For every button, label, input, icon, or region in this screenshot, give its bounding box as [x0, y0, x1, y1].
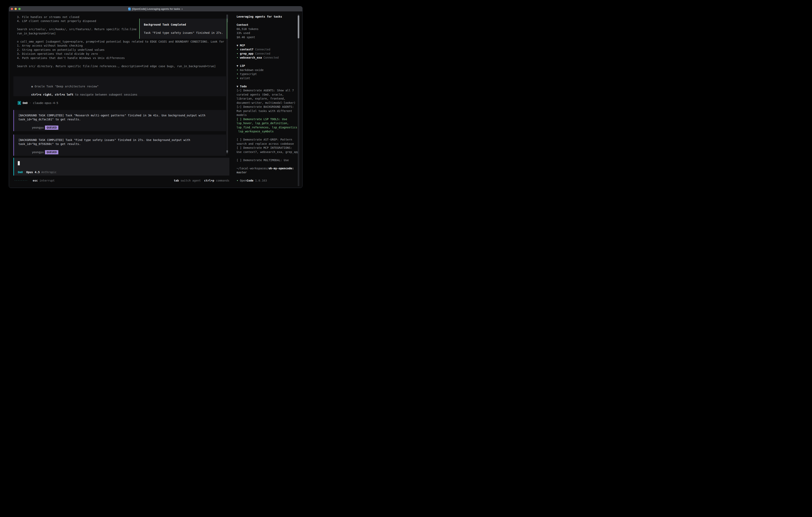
status-left: ········ esc interrupt [14, 179, 55, 183]
sidebar-line: • eslint [237, 76, 300, 80]
sidebar-line: lsp_find_references, lsp_diagnostics, [237, 125, 300, 130]
zoom-button[interactable] [19, 8, 21, 10]
agent-name: OmO [23, 101, 28, 105]
input-footer: OmO Opus 4.5 Anthropic [18, 170, 229, 174]
shortcut-keys: ctrl+x right, ctrl+x left [31, 93, 73, 96]
sidebar-line: 33% used [237, 31, 300, 35]
sidebar-line: ▼ Todo [237, 84, 300, 88]
sidebar-line: models [237, 113, 300, 117]
sidebar-scrollbar-thumb[interactable] [298, 16, 299, 38]
sidebar-line: [ ] Demonstrate MCP INTEGRATIONS: [237, 146, 300, 150]
oracle-task-box: ◉ Oracle Task "Deep architecture review"… [13, 76, 226, 96]
text-cursor [18, 161, 20, 165]
tab-key-label: switch agent [179, 179, 201, 182]
user-label: yeongyu [32, 151, 44, 154]
oracle-task-label: Oracle Task "Deep architecture review" [33, 85, 99, 88]
title-bar[interactable]: [OpenCode] Leveraging agents for tasks ◐ [9, 6, 302, 11]
ctrlp-key-label: commands [214, 179, 229, 182]
sidebar-line [237, 154, 300, 158]
sidebar-line: ~/local-workspaces/oh-my-opencode: [237, 166, 300, 170]
sidebar-line: • grep_app Connected [237, 52, 300, 56]
sidebar-line [237, 174, 300, 179]
tab-key-hint: tab [174, 179, 179, 182]
ctrlp-key-hint: ctrl+p [204, 179, 214, 182]
sidebar-line: $0.46 spent [237, 35, 300, 39]
notification-body: Task "Find type safety issues" finished … [144, 31, 224, 35]
sidebar-line: search and replace across codebase [237, 142, 300, 146]
window-title: [OpenCode] Leveraging agents for tasks [132, 8, 180, 10]
task-completed-box: [BACKGROUND TASK COMPLETED] Task "Resear… [13, 110, 226, 131]
sidebar-line: Context [237, 23, 300, 27]
status-bar: ········ esc interrupt tab switch agent … [9, 179, 229, 183]
sidebar-line: lsp_hover, lsp_goto_definition, [237, 121, 300, 125]
output-line: 2. String operations on potentially unde… [17, 48, 224, 52]
sidebar-line: lsp_workspace_symbols [237, 129, 300, 134]
task-message-line1: [BACKGROUND TASK COMPLETED] Task "Resear… [19, 113, 226, 117]
task-message-line1: [BACKGROUND TASK COMPLETED] Task "Find t… [19, 138, 226, 142]
esc-key-label: interrupt [38, 179, 55, 182]
sidebar-line: • typescript [237, 72, 300, 76]
sidebar-line [237, 80, 300, 84]
sidebar-line: [✓] Demonstrate BACKGROUND AGENTS: [237, 105, 300, 109]
sidebar-line: [✓] Demonstrate AGENTS: Show all 7 [237, 88, 300, 92]
sidebar-line [237, 134, 300, 138]
sidebar-line [237, 162, 300, 166]
output-line: 3. Division operations that could divide… [17, 52, 224, 56]
input-provider-name: Anthropic [41, 170, 57, 174]
queued-badge: QUEUED [45, 126, 58, 130]
main-scrollbar-thumb[interactable] [226, 151, 228, 153]
oracle-icon: ◉ [31, 85, 33, 88]
sidebar-scrollbar-track[interactable] [298, 14, 299, 186]
minimize-button[interactable] [14, 8, 17, 10]
sidebar-line: Leveraging agents for tasks [237, 15, 300, 19]
sidebar-line: ▼ MCP [237, 44, 300, 48]
sidebar-line: [ ] Demonstrate MULTIMODAL: Use [237, 158, 300, 162]
close-button[interactable] [11, 8, 13, 10]
output-line: 4. Path operations that don't handle Win… [17, 56, 224, 60]
sidebar-line: ▼ LSP [237, 64, 300, 68]
agent-icon [18, 101, 21, 105]
progress-dots: ········ [14, 179, 28, 182]
sidebar: Leveraging agents for tasks Context66,51… [237, 15, 300, 183]
sidebar-line [237, 60, 300, 64]
sidebar-line: Use context7, websearch_exa, grep_app [237, 150, 300, 154]
traffic-lights [11, 6, 21, 11]
document-icon [128, 8, 131, 10]
sidebar-line: • context7 Connected [237, 47, 300, 52]
separator-dot: · [29, 101, 31, 105]
sidebar-line: Run parallel tasks with different [237, 109, 300, 113]
output-line: ⚙ call_omo_agent [subagent_type=explore,… [17, 39, 224, 44]
output-line: 3. File handles or streams not closed [17, 15, 224, 19]
agent-model: claude-opus-4-5 [33, 101, 58, 105]
output-line: Search src/ directory. Return specific f… [17, 64, 224, 69]
sidebar-line: curated agents (OmO, oracle, [237, 92, 300, 97]
sidebar-line [237, 19, 300, 23]
sidebar-line: • websearch_exa Connected [237, 56, 300, 60]
esc-key-hint: esc [33, 179, 38, 182]
terminal-content: 3. File handles or streams not closed4. … [9, 11, 302, 188]
sidebar-line: 66,518 tokens [237, 27, 300, 31]
session-indicator-icon: ◐ [182, 8, 183, 10]
task-completed-box: [BACKGROUND TASK COMPLETED] Task "Find t… [13, 135, 226, 156]
queued-badge: QUEUED [45, 150, 58, 154]
sidebar-line: librarian, explore, frontend, [237, 97, 300, 101]
notification-title: Background Task Completed [144, 23, 224, 27]
agent-session-header: OmO · claude-opus-4-5 [18, 101, 58, 105]
sidebar-line: document-writer, multimodal-looker) [237, 101, 300, 105]
input-model-name: Opus 4.5 [26, 170, 39, 174]
sidebar-line: [ ] Demonstrate AST-GREP: Pattern [237, 138, 300, 142]
notification-box: Background Task Completed Task "Find typ… [139, 19, 227, 39]
task-message-line2: task_id="bg_dcfac161" to get results. [19, 117, 226, 121]
prompt-input[interactable]: OmO Opus 4.5 Anthropic [13, 158, 229, 175]
sidebar-line [237, 39, 300, 44]
input-agent-name: OmO [18, 170, 23, 174]
output-line: 1. Array access without bounds checking [17, 44, 224, 48]
sidebar-line: • markdown-oxide [237, 68, 300, 72]
status-right: tab switch agent ctrl+p commands [174, 179, 229, 183]
sidebar-line: • OpenCode 1.0.163 [237, 179, 300, 183]
output-line [17, 60, 224, 64]
sidebar-line: master [237, 170, 300, 174]
user-label: yeongyu [32, 126, 44, 129]
task-message-line2: task_id="bg_6f59260c" to get results. [19, 142, 226, 146]
app-window: [OpenCode] Leveraging agents for tasks ◐… [9, 6, 302, 188]
